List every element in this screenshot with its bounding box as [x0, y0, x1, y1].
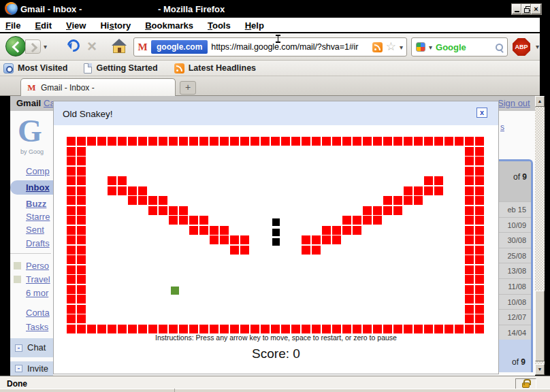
- wall-block: [475, 176, 484, 185]
- wall-block: [475, 275, 484, 284]
- sidebar-item-travel[interactable]: Travel: [26, 274, 50, 284]
- wall-block: [373, 216, 382, 225]
- wall-block: [373, 206, 382, 215]
- wall-block: [302, 235, 310, 244]
- wall-block: [77, 167, 86, 176]
- scrollbar-down-button[interactable]: ▼: [535, 364, 545, 375]
- wall-block: [393, 206, 402, 215]
- wall-block: [128, 325, 137, 333]
- wall-block: [250, 325, 259, 333]
- sidebar-item-perso[interactable]: Perso: [26, 261, 49, 271]
- scrollbar-thumb[interactable]: [535, 291, 545, 361]
- wall-block: [159, 137, 167, 146]
- wall-block: [373, 325, 382, 333]
- wall-block: [465, 226, 474, 235]
- wall-block: [322, 137, 331, 146]
- wall-block: [302, 246, 310, 255]
- collapse-minus-icon[interactable]: -: [15, 365, 22, 372]
- label-swatch-icon: [14, 262, 21, 270]
- wall-block: [414, 325, 423, 333]
- sidebar-item-tasks[interactable]: Tasks: [26, 322, 48, 332]
- wall-block: [475, 235, 484, 244]
- wall-block: [424, 176, 433, 185]
- status-strip-divider: [174, 389, 175, 392]
- wall-block: [475, 186, 484, 195]
- chat-section-header[interactable]: - Chat: [10, 338, 53, 357]
- wall-block: [97, 325, 106, 333]
- wall-block: [67, 196, 76, 205]
- wall-block: [169, 216, 178, 225]
- snake-segment: [272, 229, 280, 236]
- wall-block: [322, 226, 331, 235]
- wall-block: [414, 186, 423, 195]
- wall-block: [465, 157, 474, 165]
- sidebar-item-6-mor[interactable]: 6 mor: [26, 288, 48, 298]
- wall-block: [108, 176, 116, 185]
- wall-block: [220, 137, 229, 146]
- wall-block: [67, 216, 76, 225]
- wall-block: [138, 325, 147, 333]
- wall-block: [77, 325, 86, 333]
- wall-block: [271, 137, 280, 146]
- wall-block: [159, 196, 167, 205]
- wall-block: [128, 186, 137, 195]
- wall-block: [220, 325, 229, 333]
- collapse-minus-icon[interactable]: -: [15, 344, 22, 352]
- invite-section-header[interactable]: - Invite a: [10, 361, 53, 376]
- sidebar-item-sent[interactable]: Sent: [26, 225, 44, 235]
- wall-block: [404, 137, 413, 146]
- wall-block: [87, 137, 96, 146]
- wall-block: [108, 186, 116, 195]
- wall-block: [118, 186, 127, 195]
- sidebar-item-inbox[interactable]: Inbox: [26, 182, 50, 193]
- sidebar-item-starre[interactable]: Starre: [26, 212, 50, 222]
- sidebar-item-conta[interactable]: Conta: [26, 308, 50, 318]
- wall-block: [465, 305, 474, 314]
- wall-block: [77, 147, 86, 156]
- wall-block: [281, 325, 290, 333]
- sidebar-item-comp[interactable]: Comp: [26, 166, 50, 176]
- wall-block: [383, 196, 392, 205]
- wall-block: [189, 325, 198, 333]
- wall-block: [77, 206, 86, 215]
- wall-block: [404, 325, 413, 333]
- wall-block: [342, 137, 351, 146]
- wall-block: [353, 325, 361, 333]
- wall-block: [455, 325, 464, 333]
- sidebar-item-drafts[interactable]: Drafts: [26, 238, 50, 248]
- sidebar-item-buzz[interactable]: Buzz: [26, 199, 46, 209]
- wall-block: [312, 325, 321, 333]
- scrollbar-up-button[interactable]: ▲: [535, 96, 545, 107]
- wall-block: [271, 325, 280, 333]
- wall-block: [465, 314, 474, 323]
- wall-block: [312, 235, 321, 244]
- wall-block: [138, 137, 147, 146]
- wall-block: [373, 137, 382, 146]
- wall-block: [210, 226, 219, 235]
- wall-block: [332, 235, 341, 244]
- wall-block: [475, 167, 484, 176]
- sign-out-link[interactable]: Sign out: [498, 98, 530, 108]
- wall-block: [77, 305, 86, 314]
- wall-block: [363, 137, 372, 146]
- wall-block: [67, 265, 76, 274]
- wall-block: [383, 137, 392, 146]
- wall-block: [148, 206, 157, 215]
- game-board[interactable]: [54, 101, 498, 374]
- lock-icon: [522, 382, 530, 388]
- wall-block: [77, 285, 86, 294]
- wall-block: [281, 137, 290, 146]
- wall-block: [465, 167, 474, 176]
- wall-block: [67, 137, 76, 146]
- wall-block: [138, 186, 147, 195]
- wall-block: [434, 137, 443, 146]
- wall-block: [332, 137, 341, 146]
- wall-block: [240, 137, 249, 146]
- settings-link-fragment[interactable]: s: [500, 122, 504, 132]
- wall-block: [363, 206, 372, 215]
- wall-block: [404, 196, 413, 205]
- sidebar-divider: [10, 253, 51, 254]
- wall-block: [465, 206, 474, 215]
- game-score: Score: 0: [54, 346, 498, 361]
- wall-block: [475, 157, 484, 165]
